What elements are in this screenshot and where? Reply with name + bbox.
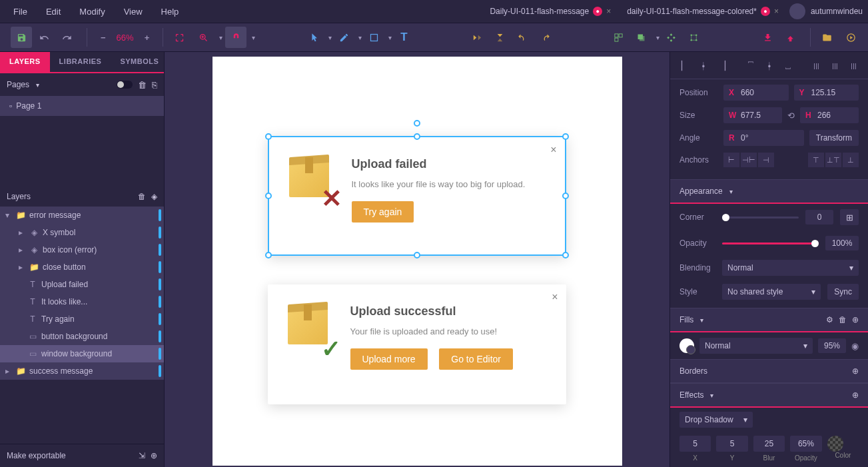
opacity-value[interactable]: 100% [825,236,859,250]
snap-button[interactable] [225,27,246,48]
menu-file[interactable]: File [5,3,35,21]
y-input[interactable]: Y125.15 [794,85,859,101]
selection-handle[interactable] [562,133,569,140]
blending-select[interactable]: Normal▾ [722,260,859,276]
import-button[interactable] [757,27,778,48]
tab-layers[interactable]: LAYERS [0,52,50,72]
export-settings-icon[interactable]: ⇲ [139,451,145,460]
align-center-v-icon[interactable]: ⍿ [761,57,777,73]
anchor-center-h-icon[interactable]: ⊣⊢ [741,153,757,167]
menu-view[interactable]: View [116,3,151,21]
height-input[interactable]: H266 [800,107,859,123]
pages-dropdown[interactable]: Pages [7,80,39,89]
undo-button[interactable] [33,27,55,48]
distribute-h-icon[interactable]: ⫼ [808,57,824,73]
borders-header[interactable]: Borders ⊕ [670,359,868,383]
selection-handle[interactable] [265,133,272,140]
fill-color-swatch[interactable] [679,338,694,353]
align-bottom-icon[interactable]: ⎵ [780,57,796,73]
distribute-spacing-icon[interactable]: ⫼ [845,57,861,73]
sync-button[interactable]: Sync [827,284,859,300]
shape-dropdown[interactable] [386,34,392,41]
delete-fill-icon[interactable]: 🗑 [839,315,847,324]
export-panel-button[interactable] [779,27,801,48]
selection-handle[interactable] [562,193,569,199]
upload-more-button[interactable]: Upload more [350,348,428,370]
rotation-input[interactable]: R0° [723,130,804,146]
anchor-top-icon[interactable]: ⊤ [808,153,824,167]
anchor-right-icon[interactable]: ⊣ [758,153,774,167]
pen-dropdown[interactable] [356,34,362,41]
snap-dropdown[interactable] [249,34,255,41]
redo-button[interactable] [56,27,77,48]
selection-handle[interactable] [562,252,569,258]
add-page-icon[interactable]: ⎘ [152,80,157,90]
shadow-y-input[interactable]: 5 [716,436,747,452]
shadow-color-swatch[interactable] [827,436,843,452]
boolean-dropdown[interactable] [653,34,659,41]
align-top-icon[interactable]: ⎴ [743,57,759,73]
align-right-icon[interactable]: ▕ [714,57,730,73]
style-select[interactable]: No shared style▾ [722,284,821,300]
try-again-button[interactable]: Try again [352,201,414,223]
x-input[interactable]: X660 [723,85,789,101]
avatar[interactable] [789,3,805,19]
zoom-level[interactable]: 66% [111,33,139,43]
corner-slider[interactable] [722,217,799,219]
layer-item[interactable]: ▸📁close button [0,258,164,276]
selection-handle[interactable] [414,252,420,258]
layer-stack-icon[interactable]: ◈ [151,192,157,201]
align-left-icon[interactable]: ▏ [677,57,693,73]
flip-horizontal-button[interactable] [467,27,488,48]
add-export-icon[interactable]: ⊕ [151,451,157,460]
menu-help[interactable]: Help [153,3,187,21]
zoom-out-button[interactable]: − [97,33,110,43]
chevron-icon[interactable]: ▸ [19,228,25,237]
rotate-cw-button[interactable] [535,27,556,48]
fit-screen-button[interactable] [169,27,190,48]
text-tool[interactable]: T [393,27,414,48]
close-icon[interactable]: × [552,291,558,303]
page-item[interactable]: ▫ Page 1 [0,96,164,116]
width-input[interactable]: W677.5 [723,107,782,123]
symbol-tool[interactable] [661,27,682,48]
corner-value[interactable]: 0 [805,210,833,225]
layer-item[interactable]: ▸◈box icon (error) [0,241,164,258]
artboard-tool[interactable] [608,27,630,48]
flip-vertical-button[interactable] [490,27,511,48]
anchor-left-icon[interactable]: ⊢ [723,153,739,167]
shape-tool[interactable] [363,27,384,48]
opacity-slider[interactable] [722,242,819,244]
delete-page-icon[interactable]: 🗑 [138,80,147,90]
fill-opacity[interactable]: 95% [818,338,846,353]
zoom-tool-button[interactable] [193,27,214,48]
align-center-h-icon[interactable]: ⍿ [695,57,711,73]
chevron-icon[interactable]: ▸ [19,245,25,254]
effect-type-select[interactable]: Drop Shadow▾ [679,412,753,428]
close-icon[interactable]: × [550,144,556,156]
add-fill-icon[interactable]: ⊕ [852,315,859,324]
fill-visibility-icon[interactable]: ◉ [851,341,859,351]
chevron-icon[interactable]: ▸ [5,366,12,376]
shadow-x-input[interactable]: 5 [679,436,711,452]
pen-tool[interactable] [333,27,354,48]
chevron-icon[interactable]: ▸ [19,262,25,272]
close-icon[interactable]: × [774,7,779,16]
document-tab-2[interactable]: daily-UI-011-flash-message-colored* ● × [622,4,784,19]
tab-symbols[interactable]: SYMBOLS [111,52,168,72]
fill-blend-select[interactable]: Normal▾ [699,338,813,354]
rotate-ccw-button[interactable] [512,27,534,48]
selection-handle[interactable] [265,252,272,258]
selection-handle[interactable] [265,193,272,199]
select-dropdown[interactable] [326,34,332,41]
layer-item[interactable]: TUpload failed [0,276,164,293]
selection-rotate-handle[interactable] [414,120,420,127]
pages-toggle[interactable] [117,81,133,89]
document-tab-1[interactable]: Daily-UI-011-flash-message ● × [484,4,616,19]
layer-item[interactable]: ▭button background [0,328,164,345]
save-button[interactable] [11,27,32,48]
export-button[interactable] [816,27,837,48]
anchor-bottom-icon[interactable]: ⊥ [843,153,859,167]
add-effect-icon[interactable]: ⊕ [852,390,859,400]
zoom-in-button[interactable]: + [141,33,154,43]
